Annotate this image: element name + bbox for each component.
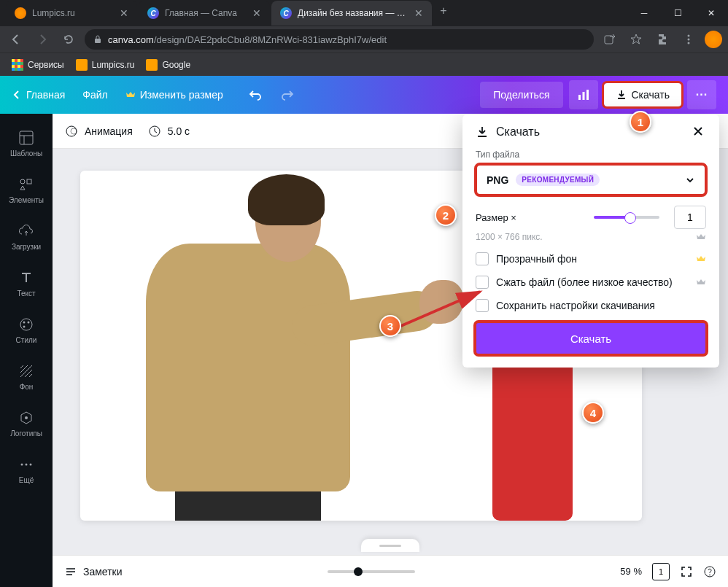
svg-point-2 [688,35,690,37]
file-menu[interactable]: Файл [82,89,107,101]
save-settings-label: Сохранить настройки скачивания [496,300,706,311]
close-panel-button[interactable] [692,125,706,139]
sidetab-background[interactable]: Фон [0,353,53,400]
page-handle[interactable] [361,539,419,552]
redo-button[interactable] [273,80,302,109]
dimensions-text: 1200 × 766 пикс. [476,232,543,242]
bookmark-services[interactable]: Сервисы [12,59,64,71]
download-panel: Скачать Тип файла PNG РЕКОМЕНДУЕМЫЙ Разм… [462,114,719,368]
tab-canva-home[interactable]: C Главная — Canva ✕ [139,1,270,26]
url-bar[interactable]: canva.com/design/DAE2pdcCbu8/8MZnRWci-83… [85,29,594,50]
tab-title: Lumpics.ru [32,8,114,18]
file-type-value: PNG [487,174,508,186]
topbar-right: Поделиться Скачать ··· [480,80,716,109]
sidetab-text[interactable]: Текст [0,260,53,306]
zoom-slider[interactable] [328,570,415,573]
tab-canva-design[interactable]: C Дизайн без названия — 1200 ✕ [271,1,432,26]
folder-icon [146,59,158,71]
save-settings-row[interactable]: Сохранить настройки скачивания [476,299,706,312]
canva-app: Главная Файл Изменить размер Поделиться … [0,76,728,587]
svg-rect-5 [578,95,581,100]
transparent-bg-row[interactable]: Прозрачный фон [476,252,706,265]
svg-point-22 [71,128,77,134]
bottom-bar: Заметки 59 % 1 [53,555,728,587]
download-confirm-button[interactable]: Скачать [476,322,706,354]
elements-icon [18,176,35,193]
sidetab-styles[interactable]: Стили [0,306,53,353]
bookmark-lumpics[interactable]: Lumpics.ru [76,59,135,71]
animation-button[interactable]: Анимация [64,124,133,139]
window-controls: ─ ☐ ✕ [627,0,728,26]
download-button[interactable]: Скачать [604,83,682,106]
zoom-percent[interactable]: 59 % [620,566,642,577]
svg-point-13 [20,319,32,330]
undo-button[interactable] [241,80,270,109]
download-icon [616,89,627,101]
transparent-label: Прозрачный фон [496,253,689,265]
side-panel-tabs: Шаблоны Элементы Загрузки Текст Стили Фо… [0,114,53,587]
sidetab-more[interactable]: Ещё [0,446,53,493]
download-panel-body: Тип файла PNG РЕКОМЕНДУЕМЫЙ Размер × 120… [462,149,719,368]
file-type-select[interactable]: PNG РЕКОМЕНДУЕМЫЙ [476,164,706,195]
bottom-right: 1 [652,563,716,580]
svg-rect-7 [586,90,589,100]
svg-point-11 [20,179,25,184]
minimize-button[interactable]: ─ [627,0,661,26]
analytics-button[interactable] [569,80,598,109]
download-panel-title: Скачать [496,125,684,139]
favicon-canva: C [147,7,159,19]
checkbox[interactable] [476,252,489,265]
maximize-button[interactable]: ☐ [661,0,694,26]
star-icon[interactable] [626,29,646,50]
sidetab-elements[interactable]: Элементы [0,166,53,213]
tab-lumpics[interactable]: Lumpics.ru ✕ [6,1,137,26]
share-button[interactable]: Поделиться [480,82,562,108]
home-link[interactable]: Главная [12,89,65,101]
page-indicator[interactable]: 1 [652,563,670,580]
bookmark-label: Lumpics.ru [92,60,135,70]
profile-avatar[interactable] [705,31,722,48]
close-icon[interactable]: ✕ [414,7,423,19]
size-input[interactable] [674,206,706,229]
back-button[interactable] [6,29,26,50]
close-icon[interactable]: ✕ [252,7,261,19]
new-tab-button[interactable]: + [433,1,454,21]
help-button[interactable] [703,565,716,578]
browser-tabs: Lumpics.ru ✕ C Главная — Canva ✕ C Дизай… [0,1,627,26]
notes-icon [64,565,77,578]
resize-label: Изменить размер [140,89,223,101]
compress-row[interactable]: Сжать файл (более низкое качество) [476,276,706,289]
sidetab-templates[interactable]: Шаблоны [0,120,53,166]
svg-rect-12 [27,179,31,184]
crown-icon [696,277,706,287]
tab-title: Дизайн без названия — 1200 [298,8,408,18]
size-label: Размер × [476,212,516,223]
svg-rect-1 [605,36,613,44]
svg-rect-8 [20,131,33,144]
download-label: Скачать [632,89,670,101]
duration-button[interactable]: 5.0 с [147,124,190,139]
menu-icon[interactable] [678,29,699,50]
reload-button[interactable] [58,29,79,50]
forward-button[interactable] [32,29,53,50]
more-button[interactable]: ··· [687,80,716,109]
svg-point-14 [23,321,26,323]
sidetab-logos[interactable]: Логотипы [0,400,53,446]
svg-point-25 [709,574,710,575]
chevron-down-icon [685,175,695,185]
more-icon [18,456,35,473]
notes-button[interactable]: Заметки [64,565,123,578]
close-window-button[interactable]: ✕ [694,0,728,26]
fullscreen-button[interactable] [680,565,693,578]
bookmark-google[interactable]: Google [146,59,190,71]
svg-point-19 [26,463,28,465]
size-slider[interactable] [594,216,659,219]
text-icon [18,269,35,287]
close-icon[interactable]: ✕ [120,7,128,19]
extensions-icon[interactable] [652,29,673,50]
sidetab-uploads[interactable]: Загрузки [0,213,53,260]
crown-icon [696,232,706,242]
resize-menu[interactable]: Изменить размер [125,89,223,101]
share-url-icon[interactable] [600,29,620,50]
logo-icon [18,409,35,427]
